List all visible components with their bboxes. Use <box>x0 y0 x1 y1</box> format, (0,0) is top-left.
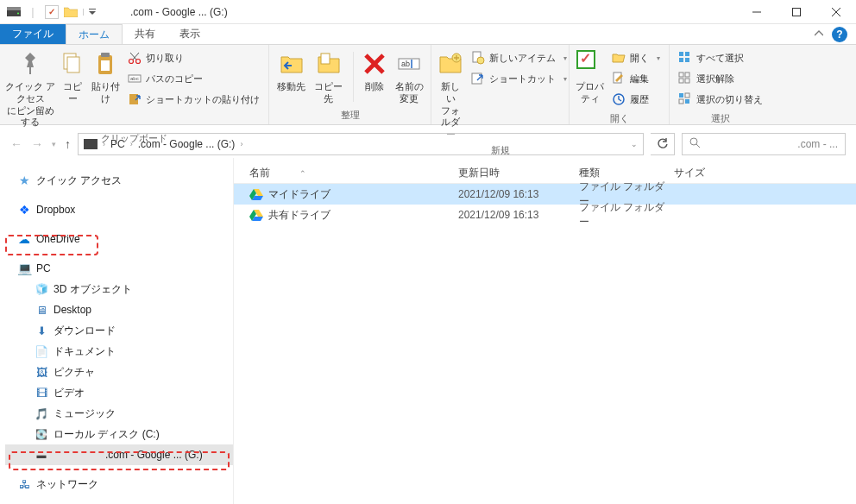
sidebar-item-downloads[interactable]: ⬇ダウンロード <box>5 320 233 341</box>
svg-rect-13 <box>101 60 110 71</box>
nav-up-icon[interactable]: ↑ <box>65 137 71 151</box>
nav-history-dropdown-icon[interactable]: ▾ <box>52 140 56 148</box>
new-item-button[interactable]: 新しいアイテム▾ <box>468 48 570 67</box>
pc-icon: 💻 <box>17 261 31 275</box>
sidebar-item-documents[interactable]: 📄ドキュメント <box>5 341 233 362</box>
sidebar-item-desktop[interactable]: 🖥Desktop <box>5 299 233 320</box>
sidebar-item-onedrive[interactable]: ☁OneDrive <box>5 229 233 249</box>
desktop-icon: 🖥 <box>35 303 48 317</box>
svg-rect-36 <box>685 58 689 62</box>
svg-rect-37 <box>679 72 683 77</box>
edit-button[interactable]: 編集 <box>608 69 664 88</box>
file-row[interactable]: マイドライブ 2021/12/09 16:13 ファイル フォルダー <box>234 184 856 205</box>
new-shortcut-button[interactable]: ショートカット▾ <box>468 69 570 88</box>
svg-rect-41 <box>679 93 683 98</box>
column-header-date[interactable]: 更新日時 <box>458 166 579 180</box>
minimize-button[interactable] <box>737 0 777 24</box>
rename-button[interactable]: ab 名前の 変更 <box>393 48 425 105</box>
properties-button[interactable]: プロパ ティ <box>575 48 605 105</box>
cut-button[interactable]: 切り取り <box>124 48 263 67</box>
sidebar-item-pictures[interactable]: 🖼ピクチャ <box>5 362 233 382</box>
column-headers: 名前⌃ 更新日時 種類 サイズ <box>234 163 856 184</box>
qat-dropdown-icon[interactable] <box>83 9 96 16</box>
google-drive-folder-icon <box>249 188 263 200</box>
ribbon-group-open: 開く <box>570 112 669 128</box>
column-header-size[interactable]: サイズ <box>674 166 743 180</box>
help-icon[interactable]: ? <box>832 27 847 42</box>
paste-button[interactable]: 貼り付け <box>90 48 121 105</box>
select-invert-button[interactable]: 選択の切り替え <box>675 90 766 109</box>
svg-rect-3 <box>89 9 96 9</box>
copy-to-button[interactable]: コピー先 <box>312 48 345 105</box>
pictures-icon: 🖼 <box>35 365 48 379</box>
sidebar-item-pc[interactable]: 💻PC <box>5 258 233 279</box>
dropbox-icon: ❖ <box>17 203 31 217</box>
new-folder-button[interactable]: 新しい フォルダー <box>437 48 464 141</box>
svg-point-2 <box>17 13 19 15</box>
window-title: .com - Google ... (G:) <box>130 6 228 18</box>
qat-check-icon[interactable]: ✓ <box>45 5 59 19</box>
sidebar-item-local-disk[interactable]: 💽ローカル ディスク (C:) <box>5 424 233 444</box>
ribbon-collapse-icon[interactable] <box>815 28 823 41</box>
svg-rect-21 <box>321 54 330 64</box>
address-bar[interactable]: › PC › .com - Google ... (G:) › ⌄ <box>78 133 644 155</box>
svg-rect-38 <box>685 72 689 77</box>
sidebar-item-quick-access[interactable]: ★クイック アクセス <box>5 170 233 191</box>
tab-view[interactable]: 表示 <box>167 24 212 44</box>
refresh-button[interactable] <box>651 133 675 155</box>
disk-icon: 💽 <box>35 427 48 441</box>
chevron-right-icon[interactable]: › <box>103 140 105 148</box>
history-button[interactable]: 履歴 <box>608 90 664 109</box>
nav-forward-icon[interactable]: → <box>31 137 43 151</box>
copy-button[interactable]: コピー <box>59 48 86 105</box>
svg-point-45 <box>690 138 697 145</box>
sidebar-item-google-drive[interactable]: ▬.com - Google ... (G:) <box>5 444 233 465</box>
music-icon: 🎵 <box>35 406 48 420</box>
qat-folder-icon[interactable] <box>64 5 78 19</box>
navigation-tree: ★クイック アクセス ❖Dropbox ☁OneDrive 💻PC 🧊3D オブ… <box>0 158 233 504</box>
nav-back-icon[interactable]: ← <box>10 137 22 151</box>
delete-button[interactable]: 削除 <box>361 48 390 93</box>
sidebar-item-3d-objects[interactable]: 🧊3D オブジェクト <box>5 279 233 299</box>
tab-home[interactable]: ホーム <box>66 24 123 44</box>
move-to-button[interactable]: 移動先 <box>274 48 308 93</box>
select-all-button[interactable]: すべて選択 <box>675 48 766 67</box>
tab-share[interactable]: 共有 <box>123 24 167 44</box>
pin-to-quick-access-button[interactable]: クイック アクセス にピン留めする <box>5 48 55 129</box>
select-none-button[interactable]: 選択解除 <box>675 69 766 88</box>
column-header-type[interactable]: 種類 <box>579 166 674 180</box>
sidebar-item-network[interactable]: 🖧ネットワーク <box>5 474 233 495</box>
svg-rect-5 <box>793 8 801 16</box>
cube-icon: 🧊 <box>35 282 48 296</box>
paste-shortcut-button[interactable]: ショートカットの貼り付け <box>124 90 263 109</box>
close-button[interactable] <box>816 0 856 24</box>
sort-asc-icon: ⌃ <box>299 169 306 178</box>
svg-rect-43 <box>679 99 683 104</box>
svg-point-15 <box>136 60 141 64</box>
video-icon: 🎞 <box>35 386 48 400</box>
drive-icon <box>84 139 98 149</box>
chevron-right-icon[interactable]: › <box>130 140 133 148</box>
crumb-drive[interactable]: .com - Google ... (G:) <box>138 138 236 150</box>
file-row[interactable]: 共有ドライブ 2021/12/09 16:13 ファイル フォルダー <box>234 205 856 225</box>
svg-rect-40 <box>685 79 689 83</box>
svg-rect-39 <box>679 79 683 83</box>
svg-rect-44 <box>685 99 689 104</box>
sidebar-item-music[interactable]: 🎵ミュージック <box>5 403 233 424</box>
search-placeholder: .com - ... <box>797 138 838 150</box>
search-input[interactable]: .com - ... <box>682 133 846 155</box>
maximize-button[interactable] <box>777 0 816 24</box>
open-button[interactable]: 開く▾ <box>608 48 664 67</box>
copy-path-button[interactable]: abcパスのコピー <box>124 69 263 88</box>
crumb-pc[interactable]: PC <box>110 138 125 150</box>
file-date: 2021/12/09 16:13 <box>458 188 579 200</box>
sidebar-item-dropbox[interactable]: ❖Dropbox <box>5 199 233 220</box>
sidebar-item-videos[interactable]: 🎞ビデオ <box>5 382 233 403</box>
svg-rect-34 <box>685 52 689 56</box>
tab-file[interactable]: ファイル <box>0 24 66 44</box>
chevron-right-icon[interactable]: › <box>240 140 242 148</box>
onedrive-icon: ☁ <box>17 232 31 246</box>
address-dropdown-icon[interactable]: ⌄ <box>631 140 638 148</box>
column-header-name[interactable]: 名前⌃ <box>234 166 458 180</box>
search-icon <box>689 137 701 151</box>
